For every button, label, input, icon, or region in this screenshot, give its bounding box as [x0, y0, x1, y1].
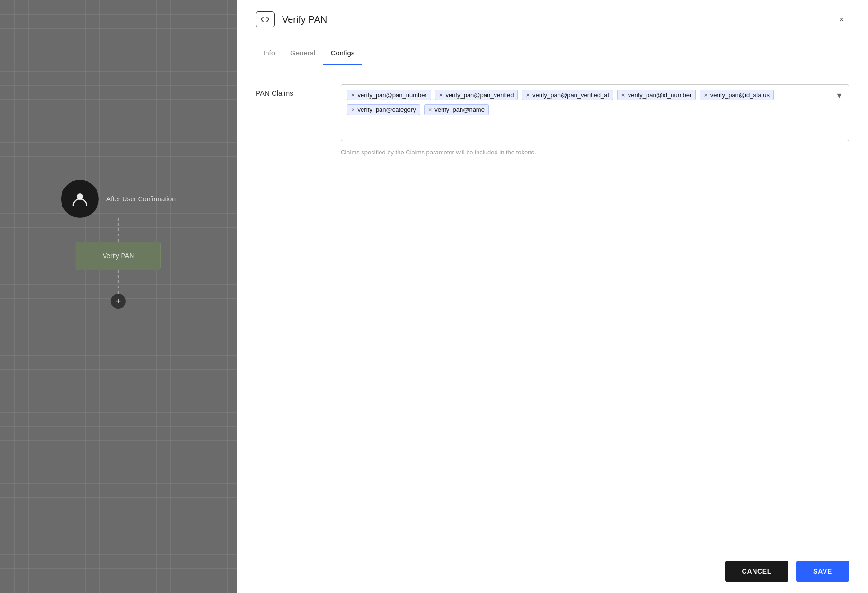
panel-title: Verify PAN [282, 14, 327, 25]
pan-claims-row: PAN Claims × verify_pan@pan_number × ver… [256, 84, 849, 141]
tag-remove-id-number[interactable]: × [621, 92, 625, 98]
tag-value-id-status: verify_pan@id_status [710, 91, 770, 99]
flow-background: After User Confirmation Verify PAN + [0, 0, 237, 593]
cancel-button[interactable]: CANCEL [725, 561, 789, 582]
tag-remove-pan-verified[interactable]: × [439, 92, 443, 98]
tag-value-pan-verified: verify_pan@pan_verified [445, 91, 514, 99]
user-node-row: After User Confirmation [61, 180, 176, 218]
flow-diagram: After User Confirmation Verify PAN + [61, 180, 176, 309]
panel-body: PAN Claims × verify_pan@pan_number × ver… [237, 65, 868, 593]
tag-id-status: × verify_pan@id_status [700, 90, 774, 100]
tag-value-pan-number: verify_pan@pan_number [358, 91, 427, 99]
tag-name: × verify_pan@name [424, 104, 489, 115]
action-buttons: CANCEL SAVE [237, 549, 868, 593]
verify-pan-node: Verify PAN [76, 242, 161, 270]
dropdown-arrow-icon: ▼ [835, 91, 843, 100]
tag-category: × verify_pan@category [347, 104, 420, 115]
code-icon [261, 16, 269, 23]
close-button[interactable]: × [834, 12, 849, 27]
pan-claims-label: PAN Claims [256, 84, 322, 97]
add-icon: + [116, 296, 121, 306]
tag-remove-pan-number[interactable]: × [351, 92, 355, 98]
tag-remove-id-status[interactable]: × [704, 92, 708, 98]
header-left: Verify PAN [256, 11, 327, 27]
pan-claims-input[interactable]: × verify_pan@pan_number × verify_pan@pan… [341, 84, 849, 141]
panel-content: PAN Claims × verify_pan@pan_number × ver… [237, 65, 868, 549]
verify-pan-label: Verify PAN [103, 252, 134, 260]
tab-info[interactable]: Info [256, 39, 283, 65]
tag-pan-verified-at: × verify_pan@pan_verified_at [522, 90, 613, 100]
connector-line-1 [118, 218, 119, 242]
tag-value-category: verify_pan@category [358, 106, 416, 113]
tag-remove-category[interactable]: × [351, 107, 355, 113]
user-node [61, 180, 99, 218]
tag-id-number: × verify_pan@id_number [617, 90, 696, 100]
tab-general[interactable]: General [283, 39, 323, 65]
tab-configs[interactable]: Configs [323, 39, 362, 65]
user-node-label: After User Confirmation [106, 195, 176, 203]
tag-remove-name[interactable]: × [428, 107, 432, 113]
tag-value-pan-verified-at: verify_pan@pan_verified_at [532, 91, 609, 99]
tag-value-name: verify_pan@name [434, 106, 485, 113]
tag-pan-number: × verify_pan@pan_number [347, 90, 431, 100]
settings-panel: Verify PAN × Info General Configs PAN Cl… [237, 0, 868, 593]
tag-pan-verified: × verify_pan@pan_verified [435, 90, 518, 100]
tag-value-id-number: verify_pan@id_number [628, 91, 692, 99]
add-node-button[interactable]: + [111, 294, 126, 309]
save-button[interactable]: SAVE [796, 561, 849, 582]
hint-text: Claims specified by the Claims parameter… [341, 149, 849, 156]
tabs-bar: Info General Configs [237, 39, 868, 65]
panel-header: Verify PAN × [237, 0, 868, 39]
close-icon: × [839, 14, 844, 25]
connector-line-2 [118, 270, 119, 294]
code-icon-button[interactable] [256, 11, 275, 27]
tag-remove-pan-verified-at[interactable]: × [526, 92, 530, 98]
user-icon [71, 190, 89, 207]
